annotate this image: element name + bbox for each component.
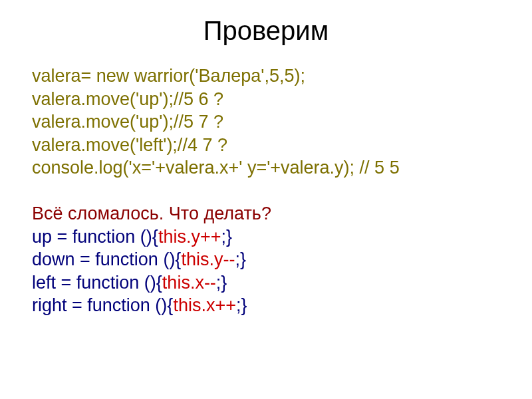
code-line: Всё сломалось. Что делать? <box>32 202 532 225</box>
code-line: down = function (){this.y--;} <box>32 248 532 271</box>
code-text: this.y++ <box>158 227 221 247</box>
code-text: ;} <box>221 227 232 247</box>
code-text: right = function (){ <box>32 295 173 315</box>
code-line: valera= new warrior('Валера',5,5); <box>32 65 532 88</box>
code-line: valera.move('left');//4 7 ? <box>32 134 532 157</box>
code-text: Всё сломалось. Что делать? <box>32 203 271 223</box>
slide-title: Проверим <box>0 16 532 46</box>
code-line: valera.move('up');//5 7 ? <box>32 110 532 134</box>
code-text: valera.move('up');//5 6 ? <box>32 89 223 109</box>
code-text: up = function (){ <box>32 227 158 247</box>
code-line: console.log('x='+valera.x+' y='+valera.y… <box>32 156 532 180</box>
code-text: down = function (){ <box>32 249 181 269</box>
code-text: ;} <box>236 295 247 315</box>
code-line: left = function (){this.x--;} <box>32 271 532 295</box>
code-text: valera.move('up');//5 7 ? <box>32 112 223 132</box>
code-line: up = function (){this.y++;} <box>32 225 532 249</box>
code-text: this.x++ <box>173 295 236 315</box>
code-line: valera.move('up');//5 6 ? <box>32 88 532 111</box>
code-text: valera= new warrior('Валера',5,5); <box>32 66 305 86</box>
code-text: valera.move('left');//4 7 ? <box>32 135 227 155</box>
blank-line <box>32 180 532 203</box>
code-block: valera= new warrior('Валера',5,5); valer… <box>0 65 532 317</box>
code-text: this.y-- <box>181 249 235 269</box>
code-text: this.x-- <box>162 273 216 293</box>
code-line: right = function (){this.x++;} <box>32 294 532 317</box>
code-text: console.log('x='+valera.x+' y='+valera.y… <box>32 158 400 178</box>
code-text: ;} <box>216 273 227 293</box>
code-text: ;} <box>235 249 246 269</box>
code-text: left = function (){ <box>32 273 162 293</box>
